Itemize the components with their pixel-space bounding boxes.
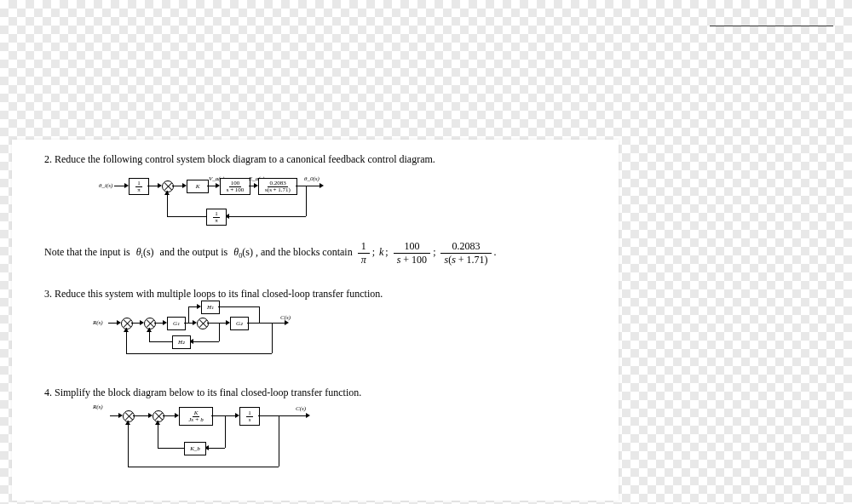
q4-r: R(s)	[93, 404, 103, 410]
q3-r: R(s)	[93, 319, 103, 326]
wire	[306, 186, 307, 216]
wire	[126, 353, 272, 354]
q2-diagram: θ_i(s) 1π K V_a(s) 100s + 100 E_a(s) 0.2…	[97, 174, 353, 225]
q4-c: C(s)	[296, 405, 306, 412]
q2-text: Reduce the following control system bloc…	[55, 153, 435, 165]
q2-frac-pi: 1 π	[358, 240, 370, 266]
wire	[167, 216, 206, 217]
q2-block-fb: 1π	[206, 209, 227, 226]
arrow-icon	[124, 328, 129, 332]
arrow-icon	[164, 191, 170, 195]
wire	[219, 323, 220, 341]
q4-block-1: KJs + b	[179, 407, 213, 426]
q4-block-kb: K_b	[184, 442, 206, 455]
q3-diagram: R(s) G₁ G₂ C(s) H₁ H₂	[93, 301, 314, 360]
q3-g2: G₂	[230, 317, 249, 330]
q2-block-k: K	[187, 180, 209, 193]
wire	[154, 323, 163, 324]
frac-den: s	[247, 417, 253, 423]
q3-prompt: 3. Reduce this system with multiple loop…	[44, 288, 383, 301]
sum-icon	[197, 318, 209, 329]
wire	[193, 341, 219, 342]
q3-h1: H₁	[201, 301, 220, 314]
q4-diagram: R(s) KJs + b 1s C(s) K_b	[93, 397, 366, 478]
problem-sheet: 2. Reduce the following control system b…	[12, 140, 619, 501]
wire	[172, 186, 182, 186]
frac-den: π	[135, 187, 142, 193]
arrow-icon	[155, 421, 160, 425]
q3-c: C(s)	[280, 314, 291, 321]
q2-frac3: 0.2083 s(s + 1.71)	[440, 240, 491, 266]
wire	[279, 415, 279, 467]
wire	[229, 216, 306, 217]
wire	[211, 415, 235, 416]
wire	[218, 306, 259, 307]
q2-note-post: , and the blocks contain	[256, 246, 353, 258]
arrow-icon	[125, 421, 130, 425]
q2-note-mid: and the output is	[160, 246, 228, 258]
wire	[184, 323, 193, 324]
wire	[131, 323, 140, 324]
frac-den: s + 100	[225, 187, 246, 193]
wire	[247, 323, 285, 324]
q2-note: Note that the input is θi(s) and the out…	[44, 240, 497, 266]
wire	[209, 448, 225, 449]
wire	[163, 415, 175, 416]
q3-text: Reduce this system with multiple loops t…	[55, 288, 383, 300]
wire	[188, 306, 197, 307]
wire	[128, 421, 129, 467]
q2-input: θi(s)	[136, 246, 157, 258]
q2-k: k	[379, 246, 383, 258]
wire	[110, 415, 118, 416]
q4-number: 4.	[44, 387, 52, 398]
q2-block-3: 0.2083s(s + 1.71)	[258, 178, 297, 195]
q2-number: 2.	[44, 153, 52, 165]
arrow-icon	[147, 328, 152, 332]
wire	[207, 323, 226, 324]
wire	[114, 186, 124, 186]
q2-note-pre: Note that the input is	[44, 246, 130, 258]
wire	[259, 306, 260, 323]
wire	[225, 415, 226, 448]
frac-den: s(s + 1.71)	[263, 187, 292, 193]
q2-frac2: 100 s + 100	[394, 240, 430, 266]
wire	[147, 186, 158, 186]
frac-den: π	[213, 218, 220, 224]
wire	[296, 186, 320, 186]
wire	[133, 415, 148, 416]
q2-out-label: θ_0(s)	[304, 175, 320, 182]
q3-h2: H₂	[172, 335, 191, 349]
wire	[207, 186, 216, 186]
q2-block-2: 100s + 100	[220, 178, 250, 195]
wire	[188, 306, 189, 323]
wire	[149, 341, 172, 342]
frac-den: Js + b	[187, 417, 205, 423]
wire	[128, 467, 279, 467]
wire	[108, 323, 117, 324]
q3-number: 3.	[44, 288, 52, 300]
q3-g1: G₁	[167, 317, 186, 330]
arrow-icon	[306, 413, 310, 418]
wire	[258, 415, 306, 416]
wire	[158, 448, 184, 449]
q2-in-label: θ_i(s)	[99, 182, 112, 189]
page-rule	[710, 26, 833, 26]
q2-block-pi: 1π	[129, 178, 149, 195]
q2-output: θ0(s)	[233, 246, 256, 258]
q4-block-2: 1s	[239, 407, 260, 426]
arrow-icon	[320, 183, 324, 188]
wire	[272, 323, 273, 353]
q2-prompt: 2. Reduce the following control system b…	[44, 153, 435, 166]
